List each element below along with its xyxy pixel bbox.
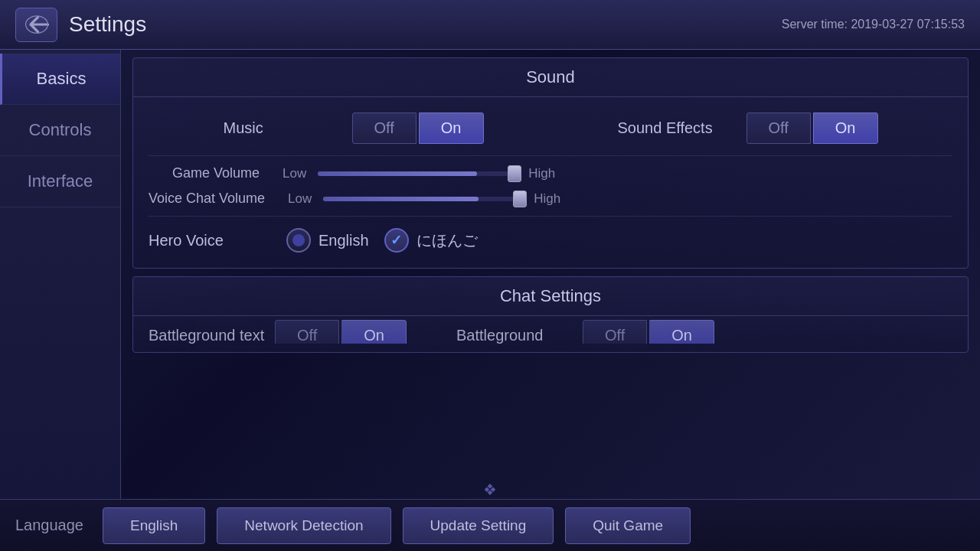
sidebar-item-interface[interactable]: Interface	[0, 156, 120, 207]
battleground-text-row: Battleground text Off On Battleground Of…	[149, 320, 952, 351]
music-group: Music Off On	[224, 112, 484, 144]
page-title: Settings	[69, 12, 146, 37]
voice-chat-low: Low	[288, 191, 312, 207]
header: Settings Server time: 2019-03-27 07:15:5…	[0, 0, 980, 50]
voice-option-nihongo[interactable]: ✓ にほんご	[384, 228, 478, 253]
network-detection-button[interactable]: Network Detection	[217, 507, 390, 544]
radio-english[interactable]	[286, 228, 311, 253]
sound-effects-toggle-group: Off On	[746, 112, 878, 144]
language-label: Language	[15, 517, 83, 534]
voice-nihongo-label: にほんご	[416, 230, 478, 251]
game-volume-row: Game Volume Low High	[149, 165, 952, 181]
divider-1	[149, 155, 952, 156]
battleground-text-toggle: Off On	[275, 320, 407, 351]
game-volume-thumb[interactable]	[508, 165, 521, 182]
check-icon: ✓	[390, 232, 402, 249]
sound-section-body: Music Off On Sound Effects Off On	[133, 97, 968, 268]
game-volume-track[interactable]	[318, 171, 517, 176]
bottom-bar: Language English Network Detection Updat…	[0, 499, 980, 551]
chat-section-body: Battleground text Off On Battleground Of…	[133, 316, 968, 353]
voice-option-english[interactable]: English	[286, 228, 369, 253]
language-button[interactable]: English	[103, 507, 205, 544]
content-area: Sound Music Off On Sound Effects Of	[121, 50, 980, 551]
back-icon	[24, 14, 49, 35]
diamond-decoration: ❖	[483, 481, 497, 499]
divider-2	[149, 216, 952, 217]
chat-section: Chat Settings Battleground text Off On B…	[132, 276, 969, 353]
game-volume-fill	[318, 171, 477, 176]
hero-voice-label: Hero Voice	[149, 232, 271, 249]
svg-point-0	[25, 16, 47, 33]
voice-chat-high: High	[534, 191, 560, 207]
game-volume-label: Game Volume	[149, 165, 271, 181]
voice-chat-thumb[interactable]	[513, 191, 527, 207]
sidebar-label-basics: Basics	[37, 69, 87, 88]
diamond-icon: ❖	[483, 481, 497, 498]
music-on-button[interactable]: On	[419, 112, 484, 144]
sidebar-item-basics[interactable]: Basics	[0, 54, 120, 105]
chat-section-header: Chat Settings	[133, 277, 968, 316]
sidebar-label-interface: Interface	[28, 171, 93, 191]
main-layout: Basics Controls Interface Sound Music Of…	[0, 50, 980, 551]
voice-english-label: English	[318, 232, 369, 249]
music-toggle-group: Off On	[352, 112, 484, 144]
battleground-text-on[interactable]: On	[341, 320, 407, 351]
radio-inner-english	[292, 234, 305, 246]
sound-effects-group: Sound Effects Off On	[618, 112, 878, 144]
game-volume-high: High	[528, 166, 555, 181]
hero-voice-row: Hero Voice English ✓ にほんご	[149, 228, 952, 253]
update-setting-button[interactable]: Update Setting	[403, 507, 554, 544]
voice-chat-volume-label: Voice Chat Volume	[149, 191, 276, 207]
music-label: Music	[224, 119, 346, 137]
battleground-on[interactable]: On	[649, 320, 714, 351]
sound-toggles-row: Music Off On Sound Effects Off On	[149, 109, 952, 148]
sidebar: Basics Controls Interface	[0, 50, 121, 551]
battleground-text-off[interactable]: Off	[275, 320, 339, 351]
sound-effects-label: Sound Effects	[618, 119, 740, 137]
voice-chat-fill	[323, 197, 479, 201]
battleground-toggle: Off On	[583, 320, 714, 351]
sound-section-header: Sound	[133, 58, 968, 97]
voice-chat-volume-row: Voice Chat Volume Low High	[149, 191, 952, 207]
back-button[interactable]	[15, 8, 57, 42]
voice-chat-track[interactable]	[323, 197, 522, 201]
sound-section: Sound Music Off On Sound Effects Of	[132, 57, 969, 269]
music-off-button[interactable]: Off	[352, 112, 416, 144]
battleground-off[interactable]: Off	[583, 320, 647, 351]
sound-effects-off-button[interactable]: Off	[746, 112, 811, 144]
sound-effects-on-button[interactable]: On	[813, 112, 878, 144]
server-time: Server time: 2019-03-27 07:15:53	[782, 18, 965, 31]
sidebar-label-controls: Controls	[29, 120, 92, 139]
radio-nihongo[interactable]: ✓	[384, 228, 409, 253]
game-volume-low: Low	[283, 166, 306, 181]
sidebar-item-controls[interactable]: Controls	[0, 105, 120, 156]
quit-game-button[interactable]: Quit Game	[565, 507, 691, 544]
battleground-text-label: Battleground text	[149, 327, 271, 344]
battleground-label: Battleground	[456, 327, 579, 344]
